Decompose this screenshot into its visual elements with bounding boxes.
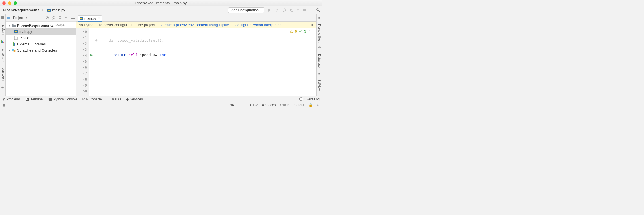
- svg-rect-32: [80, 18, 82, 19]
- status-interpreter[interactable]: <No interpreter>: [280, 103, 304, 107]
- chevron-up-icon[interactable]: ˄: [308, 29, 310, 33]
- status-encoding[interactable]: UTF-8: [249, 103, 258, 107]
- editor-tab-main[interactable]: main.py ×: [78, 15, 102, 21]
- tool-window-services[interactable]: ◆Services: [126, 97, 143, 101]
- star-icon: ★: [1, 86, 5, 90]
- tool-window-python-console[interactable]: Python Console: [48, 97, 77, 101]
- list-icon: ☰: [107, 97, 110, 101]
- menu-icon[interactable]: ≡: [318, 16, 321, 20]
- svg-point-34: [318, 47, 321, 48]
- debug-icon[interactable]: [275, 8, 279, 12]
- svg-rect-26: [12, 43, 12, 46]
- add-configuration-button[interactable]: Add Configuration...: [228, 7, 264, 13]
- gear-icon[interactable]: [64, 16, 68, 20]
- sciview-icon[interactable]: ≡: [318, 71, 321, 76]
- svg-rect-35: [26, 98, 29, 101]
- database-icon[interactable]: [318, 46, 321, 50]
- svg-point-11: [317, 9, 319, 11]
- locate-icon[interactable]: [46, 16, 50, 20]
- hide-icon[interactable]: —: [71, 16, 75, 20]
- svg-rect-28: [14, 43, 15, 46]
- status-eol[interactable]: LF: [241, 103, 245, 107]
- status-indent[interactable]: 4 spaces: [262, 103, 276, 107]
- svg-rect-27: [13, 42, 14, 46]
- profile-icon[interactable]: [289, 8, 294, 12]
- rail-sciview[interactable]: SciView: [318, 79, 321, 92]
- rail-favorites[interactable]: Favorites: [1, 67, 5, 82]
- external-libraries-label: External Libraries: [17, 42, 46, 46]
- rail-database[interactable]: Database: [318, 53, 321, 69]
- tool-window-r-console[interactable]: RR Console: [82, 97, 102, 101]
- status-bar-tool-windows-icon[interactable]: ▣: [2, 103, 5, 107]
- inspection-widget[interactable]: ⚠6 ✔3 ˄ ˅: [290, 29, 314, 33]
- chevron-down-icon[interactable]: ▾: [297, 8, 299, 12]
- services-icon: ◆: [126, 97, 129, 101]
- structure-rail-icon: [1, 40, 5, 44]
- rail-structure[interactable]: Structure: [1, 48, 5, 63]
- tool-window-event-log[interactable]: 💬Event Log: [299, 97, 320, 101]
- breadcrumb: PipenvRequirements 〉 main.py: [3, 8, 65, 13]
- scratches-icon: [11, 48, 16, 52]
- coverage-icon[interactable]: [282, 8, 287, 12]
- python-file-icon: [80, 17, 83, 20]
- chevron-down-icon[interactable]: ˅: [312, 29, 314, 33]
- interpreter-banner: No Python interpreter configured for the…: [76, 22, 316, 28]
- svg-rect-16: [3, 42, 4, 43]
- svg-point-20: [66, 17, 67, 18]
- libraries-icon: [11, 42, 16, 46]
- banner-link-configure-interpreter[interactable]: Configure Python interpreter: [235, 23, 281, 27]
- project-rail-icon: [1, 16, 5, 20]
- stop-icon[interactable]: [302, 8, 306, 12]
- collapse-all-icon[interactable]: [58, 16, 62, 20]
- run-icon[interactable]: [267, 8, 272, 12]
- warning-icon: ⚠: [290, 29, 293, 33]
- banner-message: No Python interpreter configured for the…: [78, 23, 155, 27]
- tree-file-pipfile[interactable]: Pipfile: [6, 35, 76, 41]
- python-icon: [48, 97, 52, 101]
- check-icon: ✔: [299, 29, 302, 33]
- code-editor[interactable]: ⊖ def speed_validate(self): return self.…: [94, 28, 316, 96]
- search-icon[interactable]: [316, 8, 320, 12]
- python-file-icon: [47, 8, 51, 12]
- gear-icon[interactable]: [310, 23, 314, 27]
- chevron-down-icon: ▾: [8, 23, 11, 28]
- run-line-marker-icon[interactable]: [89, 52, 94, 58]
- svg-rect-15: [2, 41, 3, 43]
- folder-icon: [11, 23, 16, 28]
- tool-window-terminal[interactable]: Terminal: [26, 97, 43, 101]
- tool-window-todo[interactable]: ☰TODO: [107, 97, 121, 101]
- event-log-icon: 💬: [299, 97, 303, 101]
- svg-point-19: [47, 17, 48, 18]
- svg-rect-14: [1, 40, 2, 43]
- line-number-gutter[interactable]: 40 41 42 43 44 45 46 47 48 49 50: [76, 28, 89, 96]
- tree-file-main[interactable]: main.py: [6, 28, 76, 35]
- svg-rect-37: [49, 98, 52, 101]
- chevron-down-icon[interactable]: ▼: [25, 16, 28, 19]
- editor-tab-label: main.py: [84, 16, 96, 20]
- project-root-row[interactable]: ▾ PipenvRequirements ~/Pipe: [6, 22, 76, 28]
- scratches-row[interactable]: ▸ Scratches and Consoles: [6, 47, 76, 53]
- tool-window-problems[interactable]: ⊘Problems: [2, 97, 21, 101]
- project-header-title[interactable]: Project: [13, 16, 24, 20]
- rail-project[interactable]: Project: [1, 24, 5, 36]
- project-root-path: ~/Pipe: [55, 23, 64, 27]
- window-title: PipenvRequirements – main.py: [0, 1, 322, 5]
- lock-icon[interactable]: 🔒: [308, 103, 313, 107]
- external-libraries-row[interactable]: External Libraries: [6, 41, 76, 47]
- rail-remote-host[interactable]: Remote Host: [318, 23, 321, 43]
- expand-all-icon[interactable]: [52, 16, 56, 20]
- close-icon[interactable]: ×: [98, 16, 100, 20]
- status-caret[interactable]: 84:1: [230, 103, 236, 107]
- ide-settings-icon[interactable]: ⚙: [317, 103, 320, 107]
- svg-point-33: [312, 24, 313, 25]
- tree-file-label: main.py: [19, 29, 32, 34]
- breadcrumb-root[interactable]: PipenvRequirements: [3, 8, 39, 12]
- breadcrumb-separator-icon: 〉: [41, 8, 45, 13]
- breadcrumb-file[interactable]: main.py: [52, 8, 65, 12]
- r-icon: R: [82, 97, 85, 101]
- svg-rect-22: [15, 31, 17, 32]
- banner-link-create-pipenv[interactable]: Create a pipenv environment using Pipfil…: [161, 23, 229, 27]
- svg-rect-13: [1, 16, 4, 19]
- chevron-right-icon: ▸: [8, 48, 11, 52]
- svg-rect-17: [7, 17, 10, 19]
